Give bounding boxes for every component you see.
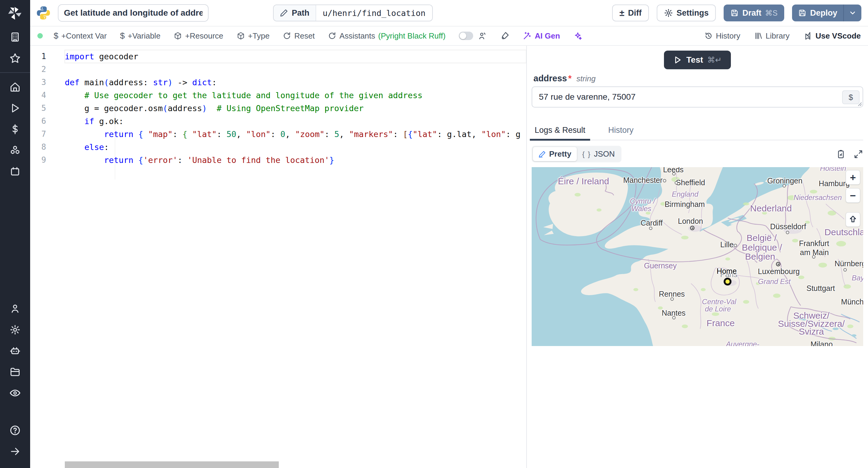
multiplayer-toggle[interactable] [459,32,473,40]
resources-cubes-icon[interactable] [0,140,30,161]
deploy-dropdown-button[interactable] [844,4,861,22]
code-line[interactable]: 6 if g.ok: [30,115,526,128]
preview-panel: Test ⌘↵ address * string $ Logs & Result [527,46,868,468]
script-title-input[interactable] [58,4,209,22]
line-number: 3 [30,76,65,89]
add-type-button[interactable]: +Type [237,31,270,41]
code-line[interactable]: 2 [30,63,526,76]
map-city-dot [663,179,666,182]
map-label: Milano [810,340,833,346]
code-line[interactable]: 5 g = geocoder.osm(address) # Using Open… [30,102,526,115]
map-label: Éire / Ireland [558,176,609,187]
map-city-dot [671,298,674,301]
add-resource-button[interactable]: +Resource [174,31,223,41]
save-icon [730,9,739,17]
sidebar-divider [0,72,30,73]
map-label: Niedersachsen [794,193,842,202]
arg-type: string [577,74,596,83]
package-icon [174,32,182,40]
map-label: Nederland [750,203,792,213]
building-icon[interactable] [0,27,30,47]
map-label: Holstein [820,167,846,173]
runs-play-icon[interactable] [0,98,30,119]
editor-toolbar: $ +Context Var $ +Variable +Resource +Ty… [30,27,868,46]
user-icon[interactable] [0,298,30,319]
star-icon[interactable] [0,47,30,69]
line-number: 7 [30,128,65,141]
settings-button[interactable]: Settings [657,4,716,22]
ai-gen-button[interactable]: AI Gen [523,31,560,41]
path-value[interactable]: u/henri/find_location [316,5,432,21]
result-map[interactable]: Éire / IrelandLeedsManchesterSheffieldEn… [532,167,863,346]
reset-button[interactable]: Reset [283,31,315,41]
pretty-view-button[interactable]: Pretty [533,147,577,161]
map-label: France [707,318,735,328]
test-button[interactable]: Test ⌘↵ [664,51,731,69]
home-icon[interactable] [0,76,30,98]
json-view-button[interactable]: { } JSON [577,147,620,161]
code-line[interactable]: 8 else: [30,141,526,154]
windmill-logo-icon[interactable] [0,0,30,27]
status-dot [37,33,43,38]
code-editor[interactable]: 1import geocoder23def main(address: str)… [30,46,527,468]
map-city-dot [675,181,678,185]
expand-icon[interactable] [854,149,863,159]
library-button[interactable]: Library [754,31,789,41]
map-city-dot [776,262,781,267]
sparkles-icon[interactable] [573,31,582,40]
map-label: de Loire [705,305,731,313]
tab-logs-result[interactable]: Logs & Result [532,121,588,140]
copy-clipboard-icon[interactable] [836,149,846,159]
collapse-arrow-right-icon[interactable] [0,441,30,462]
code-line[interactable]: 7 return { "map": { "lat": 50, "lon": 0,… [30,128,526,141]
map-recenter-button[interactable] [846,212,860,227]
line-number: 4 [30,89,65,102]
help-icon[interactable] [0,420,30,441]
code-line[interactable]: 3def main(address: str) -> dict: [30,76,526,89]
code-line[interactable]: 9 return {'error': 'Unable to find the l… [30,154,526,167]
home-marker[interactable] [724,278,732,286]
map-zoom-out-button[interactable]: − [846,188,860,203]
robot-workers-icon[interactable] [0,340,30,361]
map-label: Home [717,267,737,275]
arg-name: address [533,73,567,83]
map-label: London [678,217,703,226]
eye-audit-icon[interactable] [0,382,30,404]
code-line[interactable]: 4 # Use geocoder to get the latitude and… [30,89,526,102]
view-mode-segment: Pretty { } JSON [532,146,621,162]
pen-icon [538,150,546,158]
gear-icon[interactable] [0,319,30,340]
use-vscode-button[interactable]: Use VScode [804,31,861,41]
map-city-dot [649,227,652,230]
address-input[interactable] [532,87,863,107]
line-number: 2 [30,63,65,76]
plus-minus-icon: ± [619,8,624,18]
python-icon [36,5,51,21]
history-button[interactable]: History [704,31,740,41]
code-line[interactable]: 1import geocoder [30,50,526,63]
library-icon [754,32,763,40]
draft-button[interactable]: Draft ⌘S [724,4,784,22]
add-variable-button[interactable]: $ +Variable [120,31,160,41]
format-brush-icon[interactable] [500,31,509,40]
wand-icon [523,31,532,40]
map-city-dot [673,172,676,175]
assistants-button[interactable]: Assistants (Pyright Black Ruff) [328,31,445,41]
path-widget[interactable]: Path u/henri/find_location [273,4,433,22]
diff-button[interactable]: ± Diff [612,4,649,22]
awareness-user-icon[interactable] [478,31,487,40]
map-city-dot [734,244,737,247]
map-label: Düsseldorf [770,222,806,231]
tab-history[interactable]: History [605,121,637,140]
deploy-button[interactable]: Deploy [792,4,843,22]
dollar-variables-icon[interactable] [0,119,30,140]
add-context-var-button[interactable]: $ +Context Var [54,31,107,41]
horizontal-scrollbar[interactable] [65,461,279,468]
line-number: 1 [30,50,65,63]
schedules-calendar-icon[interactable] [0,161,30,182]
map-label: Cardiff [641,219,662,227]
folder-icon[interactable] [0,361,30,382]
resize-handle[interactable] [857,101,862,106]
map-zoom-in-button[interactable]: + [846,170,860,185]
map-city-dot [690,226,695,230]
